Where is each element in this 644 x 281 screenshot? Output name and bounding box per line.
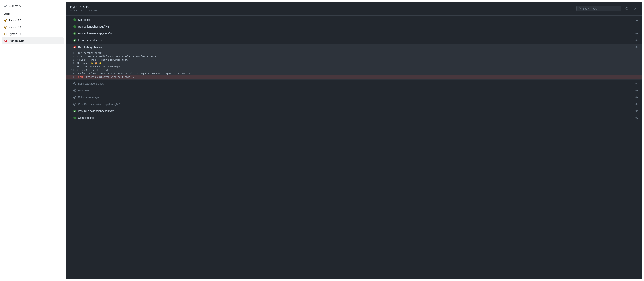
line-number: 11 xyxy=(66,69,74,72)
job-subtitle: failed 6 minutes ago in 27s xyxy=(70,9,97,12)
sidebar-job-python-3-10[interactable]: Python 3.10 xyxy=(2,38,64,44)
error-label: Error: xyxy=(76,76,85,78)
failed-icon xyxy=(73,46,76,49)
step-post-setup-python[interactable]: Post Run actions/setup-python@v2 0s xyxy=(66,101,642,108)
success-icon xyxy=(73,18,76,21)
success-icon xyxy=(73,39,76,42)
step-set-up-job[interactable]: Set up job 1s xyxy=(66,16,642,23)
job-label: Python 3.7 xyxy=(9,19,22,22)
svg-point-1 xyxy=(5,20,6,21)
step-duration: 0s xyxy=(636,32,638,35)
line-number: 12 xyxy=(66,72,74,75)
queued-icon xyxy=(4,19,7,22)
disclosure-triangle-icon[interactable]: ▸ xyxy=(76,52,78,54)
chevron-spacer xyxy=(68,103,70,106)
chevron-spacer xyxy=(68,82,70,85)
sidebar-job-python-3-8[interactable]: Python 3.8 xyxy=(2,24,64,31)
job-label: Python 3.9 xyxy=(9,33,22,36)
log-text: + isort --check --diff --project=starlet… xyxy=(76,55,156,58)
log-text: Process completed with exit code 1. xyxy=(85,76,134,78)
log-line[interactable]: 7 + isort --check --diff --project=starl… xyxy=(66,55,642,58)
line-number: 13 xyxy=(66,76,74,78)
step-name: Post Run actions/setup-python@v2 xyxy=(78,103,636,106)
step-install-dependencies[interactable]: Install dependencies 20s xyxy=(66,37,642,44)
log-line[interactable]: 10 66 files would be left unchanged. xyxy=(66,65,642,69)
job-label: Python 3.8 xyxy=(9,26,22,29)
step-duration: 20s xyxy=(634,39,638,42)
chevron-down-icon xyxy=(68,46,70,49)
rerun-button[interactable] xyxy=(624,6,630,12)
log-text: + black --check --diff starlette tests xyxy=(76,59,129,61)
jobs-heading: Jobs xyxy=(2,9,64,17)
chevron-right-icon xyxy=(68,32,70,35)
skipped-icon xyxy=(73,103,76,106)
step-duration: 0s xyxy=(636,103,638,106)
search-logs-input[interactable] xyxy=(583,7,619,10)
line-number: 10 xyxy=(66,65,74,68)
step-run-tests[interactable]: Run tests 0s xyxy=(66,87,642,94)
step-duration: 3s xyxy=(636,46,638,49)
log-line[interactable]: 12 starlette/formparsers.py:6:1: F401 's… xyxy=(66,72,642,75)
log-header: Python 3.10 failed 6 minutes ago in 27s xyxy=(66,2,642,16)
step-run-checkout[interactable]: Run actions/checkout@v2 1s xyxy=(66,23,642,30)
chevron-right-icon xyxy=(68,25,70,28)
log-line-error[interactable]: 13 Error: Process completed with exit co… xyxy=(66,75,642,79)
step-duration: 1s xyxy=(636,25,638,28)
chevron-right-icon xyxy=(68,116,70,119)
queued-icon xyxy=(4,33,7,36)
sidebar-job-python-3-7[interactable]: Python 3.7 xyxy=(2,17,64,24)
sidebar: Summary Jobs Python 3.7 Python 3.8 Pytho… xyxy=(0,0,66,281)
log-text: starlette/formparsers.py:6:1: F401 'star… xyxy=(76,72,190,75)
step-duration: 0s xyxy=(636,96,638,99)
log-output: 1 ▸Run scripts/check 7 + isort --check -… xyxy=(66,51,642,80)
line-number: 1 xyxy=(66,52,74,54)
chevron-spacer xyxy=(68,89,70,92)
job-title: Python 3.10 xyxy=(70,5,97,9)
log-text: + flake8 starlette tests xyxy=(76,69,110,72)
step-run-setup-python[interactable]: Run actions/setup-python@v2 0s xyxy=(66,30,642,37)
log-text: 66 files would be left unchanged. xyxy=(76,65,122,68)
line-number: 7 xyxy=(66,55,74,58)
skipped-icon xyxy=(73,96,76,99)
log-line[interactable]: 11 + flake8 starlette tests xyxy=(66,69,642,72)
search-logs-box[interactable] xyxy=(576,6,621,12)
search-icon xyxy=(578,7,582,10)
step-duration: 0s xyxy=(636,82,638,85)
summary-link[interactable]: Summary xyxy=(2,3,64,9)
svg-point-5 xyxy=(5,34,6,35)
queued-icon xyxy=(4,26,7,29)
svg-point-7 xyxy=(579,8,580,9)
steps-list: Set up job 1s Run actions/checkout@v2 1s… xyxy=(66,16,642,122)
log-line[interactable]: 1 ▸Run scripts/check xyxy=(66,51,642,55)
skipped-icon xyxy=(73,89,76,92)
log-line[interactable]: 9 All done! ✨ 🍰 ✨ xyxy=(66,62,642,65)
success-icon xyxy=(73,110,76,113)
step-build-package-docs[interactable]: Build package & docs 0s xyxy=(66,80,642,87)
settings-button[interactable] xyxy=(632,6,638,12)
step-post-checkout[interactable]: Post Run actions/checkout@v2 0s xyxy=(66,108,642,114)
log-line[interactable]: 8 + black --check --diff starlette tests xyxy=(66,58,642,62)
log-panel: Python 3.10 failed 6 minutes ago in 27s … xyxy=(66,2,642,279)
step-name: Complete job xyxy=(78,116,636,119)
step-name: Post Run actions/checkout@v2 xyxy=(78,110,636,113)
log-text: All done! ✨ 🍰 ✨ xyxy=(76,62,102,65)
step-enforce-coverage[interactable]: Enforce coverage 0s xyxy=(66,94,642,101)
home-icon xyxy=(4,4,7,8)
svg-point-8 xyxy=(635,8,636,9)
failed-icon xyxy=(4,39,7,42)
step-name: Run actions/setup-python@v2 xyxy=(78,32,636,35)
chevron-right-icon xyxy=(68,110,70,113)
step-complete-job[interactable]: Complete job 0s xyxy=(66,114,642,121)
step-duration: 0s xyxy=(636,117,638,119)
sidebar-job-python-3-9[interactable]: Python 3.9 xyxy=(2,31,64,38)
success-icon xyxy=(73,32,76,35)
step-name: Build package & docs xyxy=(78,82,636,85)
log-text: Run scripts/check xyxy=(78,52,102,54)
success-icon xyxy=(73,116,76,119)
svg-point-3 xyxy=(5,27,6,28)
skipped-icon xyxy=(73,82,76,85)
line-number: 9 xyxy=(66,62,74,65)
step-name: Run tests xyxy=(78,89,636,92)
step-run-linting-checks[interactable]: Run linting checks 3s xyxy=(66,44,642,51)
job-label: Python 3.10 xyxy=(9,39,24,42)
